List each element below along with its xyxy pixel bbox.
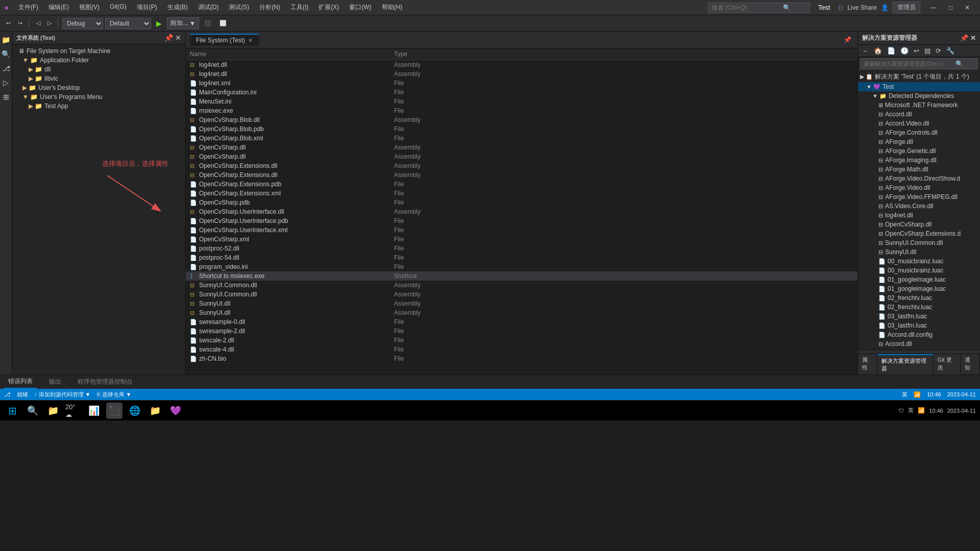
tree-test-app[interactable]: ▶ 📁 Test App: [12, 102, 185, 111]
menu-view[interactable]: 视图(V): [74, 1, 105, 14]
menu-project[interactable]: 项目(P): [132, 1, 162, 14]
admin-button[interactable]: 管理员: [893, 2, 920, 13]
tree-root[interactable]: 🖥 File System on Target Machine: [12, 46, 185, 56]
menu-window[interactable]: 窗口(W): [344, 1, 376, 14]
menu-test[interactable]: 测试(S): [224, 1, 254, 14]
se-solution-root[interactable]: ▶ 📋 解决方案 'Test' (1 个项目，共 1 个): [858, 71, 980, 82]
run-button[interactable]: ▶: [153, 18, 165, 29]
se-pin-icon[interactable]: 📌: [960, 34, 968, 42]
menu-git[interactable]: Git(G): [105, 1, 132, 14]
menu-help[interactable]: 帮助(H): [377, 1, 408, 14]
back-button[interactable]: ◁: [33, 18, 43, 28]
file-row[interactable]: 📄log4net.xmlFile: [186, 79, 857, 88]
se-aforge-video[interactable]: ⊟ AForge.Video.dll: [858, 183, 980, 192]
files-taskbar-btn[interactable]: 📁: [45, 403, 61, 419]
file-row[interactable]: ⊟log4net.dllAssembly: [186, 60, 857, 69]
file-row[interactable]: ⊟OpenCvSharp.dllAssembly: [186, 152, 857, 161]
chrome-btn[interactable]: 🌐: [127, 403, 143, 419]
tree-programs-menu[interactable]: ▼ 📁 User's Programs Menu: [12, 92, 185, 102]
file-row[interactable]: 📄postproc-52.dllFile: [186, 244, 857, 253]
file-row[interactable]: ⊟SunnyUI.Common.dllAssembly: [186, 290, 857, 299]
menu-analyze[interactable]: 分析(N): [254, 1, 285, 14]
explorer-btn[interactable]: 📁: [147, 403, 163, 419]
tab-error-list[interactable]: 错误列表: [4, 375, 37, 389]
pin-icon[interactable]: 📌: [164, 34, 173, 42]
excel-btn[interactable]: 📊: [86, 403, 102, 419]
live-share-label[interactable]: Live Share: [847, 4, 876, 11]
menu-tools[interactable]: 工具(I): [285, 1, 313, 14]
tab-close-icon[interactable]: ✕: [248, 37, 253, 44]
file-row[interactable]: ⊟log4net.dllAssembly: [186, 69, 857, 79]
file-row[interactable]: 📄OpenCvSharp.Extensions.pdbFile: [186, 180, 857, 189]
file-row[interactable]: ⊟OpenCvSharp.dllAssembly: [186, 143, 857, 152]
tree-application-folder[interactable]: ▼ 📁 Application Folder: [12, 56, 185, 65]
tab-solution-explorer[interactable]: 解决方案资源管理器: [877, 354, 934, 374]
se-sunnyui[interactable]: ⊟ SunnyUI.dll: [858, 247, 980, 257]
file-row[interactable]: 📄OpenCvSharp.xmlFile: [186, 235, 857, 244]
menu-debug[interactable]: 调试(D): [193, 1, 224, 14]
tree-libvlc[interactable]: ▶ 📁 libvlc: [12, 74, 185, 83]
se-aforge-ffmpeg[interactable]: ⊟ AForge.Video.FFMPEG.dll: [858, 192, 980, 202]
menu-edit[interactable]: 编辑(E): [43, 1, 74, 14]
se-aforge-video-directshow[interactable]: ⊟ AForge.Video.DirectShow.d: [858, 174, 980, 183]
minimize-button[interactable]: —: [924, 2, 943, 13]
file-row[interactable]: 📄OpenCvSharp.UserInterface.xmlFile: [186, 226, 857, 235]
file-row[interactable]: 📄msiexec.exeFile: [186, 106, 857, 115]
se-horizontal-scrollbar[interactable]: [858, 349, 980, 354]
menu-extensions[interactable]: 扩展(X): [313, 1, 344, 14]
undo-button[interactable]: ↩: [3, 18, 14, 28]
se-search-input[interactable]: [864, 61, 955, 67]
file-row[interactable]: ⊟OpenCvSharp.Blob.dllAssembly: [186, 115, 857, 124]
weather-widget[interactable]: 20° ☁: [65, 403, 82, 419]
maximize-button[interactable]: □: [943, 2, 959, 13]
se-log4net[interactable]: ⊟ log4net.dll: [858, 211, 980, 220]
search-taskbar-btn[interactable]: 🔍: [24, 403, 41, 419]
file-row[interactable]: ⤴Shortcut to msiexec.exeShortcut: [186, 271, 857, 281]
se-opencvsharp[interactable]: ⊟ OpenCvSharp.dll: [858, 220, 980, 229]
se-accord-dll-2[interactable]: ⊟ Accord.dll: [858, 339, 980, 348]
file-row[interactable]: 📄program_video.iniFile: [186, 262, 857, 271]
file-row[interactable]: ⊟OpenCvSharp.UserInterface.dllAssembly: [186, 207, 857, 216]
se-home-btn[interactable]: 🏠: [872, 46, 884, 56]
source-control-btn[interactable]: ↑ 添加到源代码管理 ▼: [34, 391, 91, 398]
file-panel-tab[interactable]: File System (Test) ✕: [190, 34, 259, 46]
extensions-icon[interactable]: ⊞: [1, 91, 11, 103]
se-filter-btn[interactable]: ▤: [922, 46, 933, 56]
se-aforge-math[interactable]: ⊟ AForge.Math.dll: [858, 165, 980, 174]
vs-btn[interactable]: 💜: [167, 403, 184, 419]
menu-build[interactable]: 生成(B): [162, 1, 193, 14]
file-row[interactable]: 📄MainConfiguration.iniFile: [186, 88, 857, 97]
se-musicbrainz-1[interactable]: 📄 00_musicbrainz.luac: [858, 257, 980, 266]
file-row[interactable]: ⊟SunnyUI.dllAssembly: [186, 299, 857, 308]
obsidian-btn[interactable]: ⬛: [106, 403, 122, 419]
file-row[interactable]: ⊟SunnyUI.dllAssembly: [186, 308, 857, 317]
file-row[interactable]: ⊟OpenCvSharp.Extensions.dllAssembly: [186, 170, 857, 180]
file-row[interactable]: 📄swscale-4.dllFile: [186, 345, 857, 354]
tab-git-changes[interactable]: Git 更改: [934, 354, 961, 374]
se-refresh-btn[interactable]: ⟳: [934, 46, 943, 56]
close-panel-icon[interactable]: ✕: [175, 34, 181, 42]
file-row[interactable]: 📄OpenCvSharp.Extensions.xmlFile: [186, 189, 857, 198]
debug-mode-select[interactable]: Debug: [62, 18, 103, 29]
file-row[interactable]: 📄postproc-54.dllFile: [186, 253, 857, 262]
se-opencvext[interactable]: ⊟ OpenCvSharp.Extensions.d: [858, 229, 980, 238]
se-sunnyui-common[interactable]: ⊟ SunnyUI.Common.dll: [858, 238, 980, 247]
search-box[interactable]: 🔍: [708, 3, 810, 13]
repo-select-btn[interactable]: ⎘ 选择仓库 ▼: [97, 391, 132, 398]
redo-button[interactable]: ↪: [15, 18, 26, 28]
se-project-test[interactable]: ▼ 💜 Test: [858, 82, 980, 91]
se-googleimage-2[interactable]: 📄 01_googleimage.luac: [858, 284, 980, 293]
file-row[interactable]: 📄swresample-2.dllFile: [186, 327, 857, 336]
se-accord-video[interactable]: ⊟ Accord.Video.dll: [858, 119, 980, 128]
se-close-icon[interactable]: ✕: [970, 34, 976, 42]
file-row[interactable]: 📄swresample-0.dllFile: [186, 317, 857, 327]
breakpoints-button[interactable]: ⬛: [201, 18, 214, 28]
file-row[interactable]: 📄OpenCvSharp.pdbFile: [186, 198, 857, 207]
git-icon[interactable]: ⎇: [0, 62, 12, 74]
more-button[interactable]: ⬜: [216, 18, 230, 28]
file-row[interactable]: ⊟OpenCvSharp.Extensions.dllAssembly: [186, 161, 857, 170]
panel-pin-icon[interactable]: 📌: [842, 34, 853, 45]
tree-dll[interactable]: ▶ 📁 dll: [12, 65, 185, 74]
file-row[interactable]: 📄OpenCvSharp.UserInterface.pdbFile: [186, 216, 857, 226]
se-frenchtv-2[interactable]: 📄 02_frenchtv.luac: [858, 303, 980, 312]
